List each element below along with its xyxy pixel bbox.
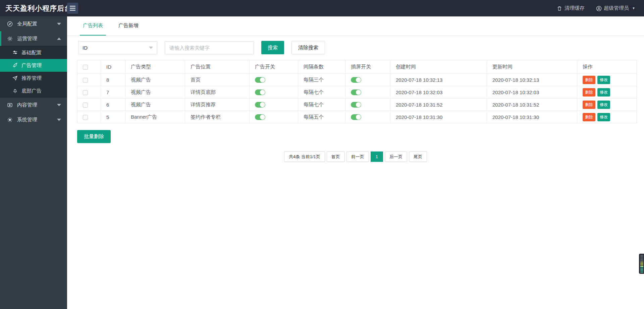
hamburger-menu-icon[interactable] [67,3,78,14]
sidebar-item-bottom-ad[interactable]: 底部广告 [0,84,67,97]
tabbar: 广告列表 广告新增 [67,16,644,36]
bell-icon [12,88,18,94]
pagination-summary: 共4条 当前1/1页 [284,151,325,162]
compass-icon [7,21,13,27]
col-header-created: 创建时间 [390,60,487,74]
batch-delete-button[interactable]: 批量删除 [77,130,111,143]
pagination-last[interactable]: 尾页 [409,151,427,162]
sidebar-item-operation[interactable]: 运营管理 [0,31,67,46]
sliders-icon [12,50,18,55]
cell-ad-type: Banner广告 [125,111,185,123]
search-button[interactable]: 搜索 [261,41,284,54]
delete-button[interactable]: 删除 [583,113,595,121]
row-checkbox[interactable] [83,90,88,95]
app-title: 天天盈利小程序后台 [0,4,67,13]
sidebar-item-label: 运营管理 [17,36,37,42]
user-menu[interactable]: 超级管理员 ▼ [596,5,635,11]
gear-icon [7,36,13,42]
operation-submenu: 基础配置 广告管理 推荐管理 底部广告 [0,46,67,98]
topbar-right: 清理缓存 超级管理员 ▼ [557,5,644,11]
cell-interval: 每隔七个 [298,99,345,111]
delete-button[interactable]: 删除 [583,88,595,97]
chevron-down-icon: ▼ [632,6,635,10]
cell-updated: 2020-07-18 10:31:52 [487,99,577,111]
pagination: 共4条 当前1/1页 首页 前一页 1 后一页 尾页 [67,151,644,162]
clear-cache-label: 清理缓存 [565,5,585,11]
pagination-first[interactable]: 首页 [327,151,345,162]
topbar: 天天盈利小程序后台 清理缓存 超级管理员 ▼ [0,0,644,16]
ad-switch-toggle[interactable] [255,89,265,95]
sidebar-item-recommend-management[interactable]: 推荐管理 [0,72,67,84]
col-header-operation: 操作 [577,60,637,74]
row-checkbox[interactable] [83,103,88,108]
sidebar-item-label: 基础配置 [21,50,42,56]
insert-switch-toggle[interactable] [351,114,361,120]
video-icon [7,102,13,108]
pagination-next[interactable]: 后一页 [385,151,407,162]
cell-created: 2020-07-18 10:32:03 [390,86,487,99]
search-field-select[interactable]: ID [78,41,157,54]
chevron-up-icon [57,38,61,40]
sidebar-item-basic-config[interactable]: 基础配置 [0,46,67,59]
row-checkbox[interactable] [83,78,88,83]
col-header-ad-type: 广告类型 [125,60,185,74]
search-input[interactable] [165,41,254,54]
floating-console-widget[interactable] [639,254,644,274]
insert-switch-toggle[interactable] [351,102,361,108]
sidebar: 全局配置 运营管理 基础配置 广告管理 推荐管理 [0,16,67,309]
ad-switch-toggle[interactable] [255,77,265,83]
sidebar-item-label: 底部广告 [21,88,42,94]
cell-id: 7 [101,86,125,99]
cell-id: 8 [101,74,125,86]
tab-ad-create[interactable]: 广告新增 [115,16,142,36]
table-row: 5 Banner广告 签约作者专栏 每隔五个 2020-07-18 10:31:… [77,111,637,123]
edit-button[interactable]: 修改 [597,76,610,84]
sidebar-item-content-management[interactable]: 内容管理 [0,98,67,112]
chevron-down-icon [57,23,61,25]
row-checkbox[interactable] [83,115,88,120]
rocket-icon [12,63,18,68]
cell-id: 6 [101,99,125,111]
tab-ad-list[interactable]: 广告列表 [80,16,106,36]
col-header-ad-position: 广告位置 [185,60,250,74]
edit-button[interactable]: 修改 [597,113,610,121]
delete-button[interactable]: 删除 [583,76,595,84]
ad-switch-toggle[interactable] [255,114,265,120]
user-name: 超级管理员 [604,5,629,11]
send-icon [12,75,18,81]
cell-ad-position: 首页 [185,74,250,86]
cell-ad-position: 详情页推荐 [185,99,250,111]
clear-cache-button[interactable]: 清理缓存 [557,5,585,11]
user-icon [596,6,601,11]
cell-ad-type: 视频广告 [125,86,185,99]
clear-search-button[interactable]: 清除搜索 [291,41,325,54]
sidebar-item-ad-management[interactable]: 广告管理 [0,59,67,72]
pagination-page-1[interactable]: 1 [371,151,383,162]
sidebar-item-label: 全局配置 [17,21,37,27]
main-content: 广告列表 广告新增 ID 搜索 清除搜索 ID 广告类型 广告位置 广告开关 间… [67,0,644,162]
sidebar-item-label: 广告管理 [21,62,42,69]
cell-ad-position: 签约作者专栏 [185,111,250,123]
cell-created: 2020-07-18 10:31:52 [390,99,487,111]
insert-switch-toggle[interactable] [351,77,361,83]
insert-switch-toggle[interactable] [351,89,361,95]
cell-ad-type: 视频广告 [125,74,185,86]
sidebar-item-system-management[interactable]: 系统管理 [0,112,67,127]
col-header-ad-switch: 广告开关 [250,60,298,74]
sidebar-item-global-config[interactable]: 全局配置 [0,16,67,31]
ad-switch-toggle[interactable] [255,102,265,108]
pagination-prev[interactable]: 前一页 [346,151,369,162]
delete-button[interactable]: 删除 [583,101,595,109]
cell-updated: 2020-07-18 10:32:03 [487,86,577,99]
col-header-updated: 更新时间 [487,60,577,74]
edit-button[interactable]: 修改 [597,101,610,109]
select-all-checkbox[interactable] [83,65,88,70]
search-bar: ID 搜索 清除搜索 [78,41,644,54]
edit-button[interactable]: 修改 [597,88,610,97]
ad-table: ID 广告类型 广告位置 广告开关 间隔条数 插屏开关 创建时间 更新时间 操作… [77,60,637,123]
table-row: 8 视频广告 首页 每隔三个 2020-07-18 10:32:13 2020-… [77,74,637,86]
chevron-down-icon [57,119,61,121]
col-header-interval: 间隔条数 [298,60,345,74]
chevron-down-icon [57,104,61,106]
cell-interval: 每隔五个 [298,111,345,123]
